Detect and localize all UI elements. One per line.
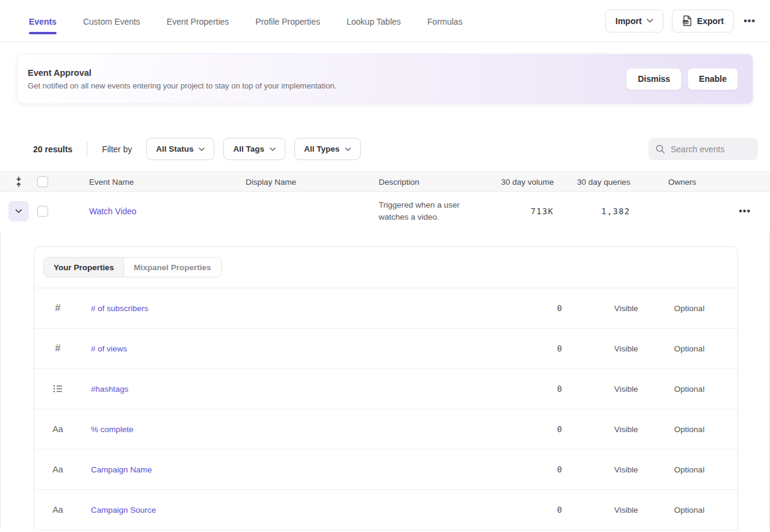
banner-title: Event Approval	[28, 68, 337, 78]
chevron-down-icon	[15, 209, 22, 214]
property-requirement: Optional	[656, 506, 722, 515]
property-requirement: Optional	[656, 425, 722, 434]
import-button[interactable]: Import	[605, 10, 663, 32]
property-name-link[interactable]: # of subscribers	[91, 304, 148, 313]
property-row: Aa Campaign Source 0 Visible Optional	[34, 490, 737, 530]
filter-by-label: Filter by	[102, 144, 132, 154]
export-button[interactable]: csv Export	[672, 10, 734, 32]
expanded-row-section: Your Properties Mixpanel Properties # # …	[0, 230, 770, 530]
types-filter-dropdown[interactable]: All Types	[294, 138, 361, 160]
csv-file-icon: csv	[682, 15, 692, 26]
tab-lookup-tables[interactable]: Lookup Tables	[347, 1, 401, 42]
number-type-icon: #	[51, 343, 64, 354]
property-row: # # of subscribers 0 Visible Optional	[34, 288, 737, 329]
chevron-down-icon	[270, 147, 276, 151]
property-count: 0	[530, 505, 563, 515]
text-type-icon: Aa	[51, 465, 64, 474]
property-visibility: Visible	[596, 304, 656, 313]
filter-bar: 20 results Filter by All Status All Tags…	[33, 138, 758, 160]
table-header: Event Name Display Name Description 30 d…	[0, 172, 770, 192]
row-overflow-menu-button[interactable]: •••	[737, 203, 752, 219]
tab-events-label: Events	[29, 17, 57, 26]
results-count: 20 results	[33, 144, 72, 154]
event-approval-banner: Event Approval Get notified on all new e…	[17, 54, 753, 104]
column-owners: Owners	[630, 178, 715, 187]
property-name-link[interactable]: #hashtags	[91, 385, 128, 394]
queries-cell: 1,382	[554, 206, 630, 216]
property-count: 0	[530, 424, 563, 434]
banner-subtitle: Get notified on all new events entering …	[28, 81, 337, 90]
property-row: Aa % complete 0 Visible Optional	[34, 409, 737, 450]
svg-text:csv: csv	[683, 20, 688, 24]
chevron-down-icon	[647, 19, 653, 23]
event-row-watch-video: Watch Video Triggered when a user watche…	[0, 192, 770, 230]
property-visibility: Visible	[596, 385, 656, 394]
status-filter-dropdown[interactable]: All Status	[146, 138, 214, 160]
tab-profile-properties[interactable]: Profile Properties	[255, 1, 320, 42]
property-name-link[interactable]: # of views	[91, 344, 127, 353]
property-requirement: Optional	[656, 304, 722, 313]
property-visibility: Visible	[596, 465, 656, 474]
collapse-all-button[interactable]	[0, 176, 37, 188]
tab-event-properties[interactable]: Event Properties	[167, 1, 229, 42]
enable-button[interactable]: Enable	[688, 68, 738, 90]
property-requirement: Optional	[656, 385, 722, 394]
tab-your-properties[interactable]: Your Properties	[44, 258, 123, 277]
property-row: # # of views 0 Visible Optional	[34, 329, 737, 369]
column-30-day-queries: 30 day queries	[554, 178, 630, 187]
column-display-name: Display Name	[246, 178, 379, 187]
dismiss-button[interactable]: Dismiss	[626, 68, 682, 90]
column-description: Description	[379, 178, 499, 187]
properties-tab-group: Your Properties Mixpanel Properties	[43, 257, 222, 277]
chevron-down-icon	[199, 147, 205, 151]
search-box	[648, 138, 758, 160]
properties-tab-bar: Your Properties Mixpanel Properties	[34, 247, 737, 288]
property-count: 0	[530, 384, 563, 394]
tab-formulas[interactable]: Formulas	[427, 1, 462, 42]
number-type-icon: #	[51, 303, 64, 314]
nav-actions: Import csv Export •••	[605, 10, 757, 32]
text-type-icon: Aa	[51, 505, 64, 515]
text-type-icon: Aa	[51, 424, 64, 434]
nav-tabs: Events Custom Events Event Properties Pr…	[29, 1, 462, 42]
list-type-icon	[51, 385, 64, 393]
property-visibility: Visible	[596, 425, 656, 434]
property-count: 0	[530, 344, 563, 353]
collapse-row-button[interactable]	[8, 201, 29, 221]
volume-cell: 713K	[499, 206, 554, 216]
top-nav: Events Custom Events Event Properties Pr…	[0, 0, 770, 42]
banner-actions: Dismiss Enable	[626, 68, 738, 90]
divider	[87, 141, 87, 157]
property-row: Aa Campaign Name 0 Visible Optional	[34, 450, 737, 490]
description-cell: Triggered when a user watches a video.	[379, 199, 499, 223]
tab-events[interactable]: Events	[29, 1, 57, 42]
property-visibility: Visible	[596, 506, 656, 515]
property-count: 0	[530, 465, 563, 474]
event-name-link[interactable]: Watch Video	[89, 206, 137, 216]
property-requirement: Optional	[656, 465, 722, 474]
column-30-day-volume: 30 day volume	[499, 178, 554, 187]
property-requirement: Optional	[656, 344, 722, 353]
banner-text: Event Approval Get notified on all new e…	[28, 68, 337, 90]
overflow-menu-button[interactable]: •••	[742, 13, 757, 29]
search-input[interactable]	[671, 144, 749, 154]
row-checkbox[interactable]	[37, 206, 48, 217]
column-event-name: Event Name	[71, 178, 246, 187]
property-name-link[interactable]: Campaign Name	[91, 465, 152, 474]
chevron-down-icon	[345, 147, 351, 151]
active-tab-underline	[29, 32, 57, 34]
search-icon	[656, 144, 665, 154]
select-all-checkbox[interactable]	[37, 176, 48, 187]
property-row: #hashtags 0 Visible Optional	[34, 369, 737, 409]
tab-mixpanel-properties[interactable]: Mixpanel Properties	[123, 258, 220, 277]
properties-panel: Your Properties Mixpanel Properties # # …	[34, 246, 738, 530]
property-count: 0	[530, 303, 563, 313]
property-name-link[interactable]: Campaign Source	[91, 506, 156, 515]
tags-filter-dropdown[interactable]: All Tags	[223, 138, 285, 160]
property-visibility: Visible	[596, 344, 656, 353]
property-name-link[interactable]: % complete	[91, 425, 134, 434]
tab-custom-events[interactable]: Custom Events	[83, 1, 140, 42]
collapse-rows-icon	[14, 176, 23, 188]
